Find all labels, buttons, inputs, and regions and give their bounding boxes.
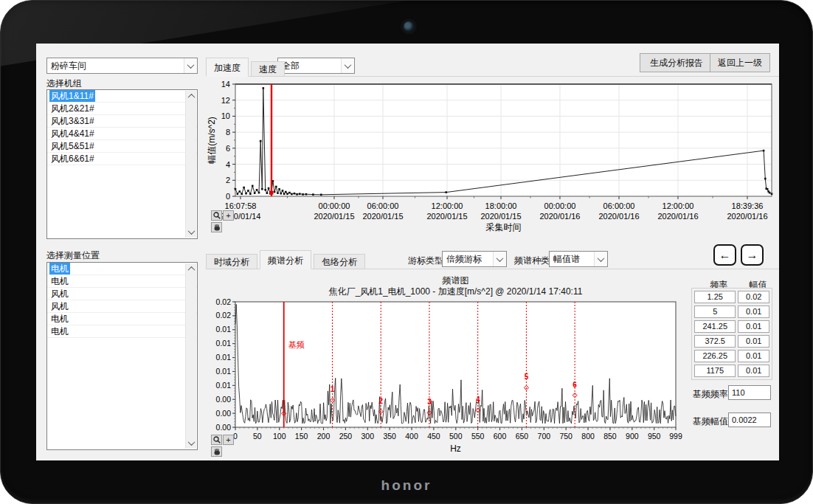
- position-listbox[interactable]: 电机电机风机风机电机电机: [46, 262, 198, 450]
- position-list-item[interactable]: 电机: [47, 313, 197, 325]
- unit-list-item[interactable]: 风机4&41#: [47, 128, 197, 140]
- tab-velocity[interactable]: 速度: [251, 61, 285, 77]
- svg-text:2: 2: [378, 397, 383, 405]
- svg-text:100: 100: [273, 432, 286, 441]
- crosshair-tool-button[interactable]: +: [223, 210, 234, 221]
- tab-envelope-analysis[interactable]: 包络分析: [314, 254, 365, 269]
- svg-text:4: 4: [476, 396, 480, 404]
- svg-text:12: 12: [221, 96, 230, 105]
- scroll-down-icon[interactable]: [186, 227, 196, 238]
- pan-tool-button[interactable]: [211, 222, 222, 232]
- chevron-down-icon[interactable]: [184, 58, 197, 73]
- svg-text:650: 650: [516, 432, 529, 441]
- tab-time-domain[interactable]: 时域分析: [206, 254, 257, 269]
- position-list-label: 选择测量位置: [46, 249, 100, 262]
- scroll-down-icon[interactable]: [186, 438, 196, 449]
- position-list-item[interactable]: 风机: [47, 288, 197, 300]
- crosshair-tool-button[interactable]: +: [223, 435, 234, 445]
- base-amp-field[interactable]: 0.0022: [728, 412, 771, 427]
- unit-list-item[interactable]: 风机6&61#: [47, 153, 197, 165]
- chevron-down-icon[interactable]: [341, 58, 354, 73]
- brand-logo: honor: [1, 477, 812, 494]
- unit-list-item[interactable]: 风机2&21#: [47, 103, 197, 115]
- base-freq-label: 基频频率: [693, 388, 728, 401]
- position-list-item[interactable]: 电机: [47, 275, 197, 288]
- scroll-up-icon[interactable]: [186, 263, 196, 275]
- svg-text:50: 50: [253, 432, 262, 441]
- svg-text:0: 0: [226, 192, 230, 201]
- svg-text:350: 350: [383, 432, 396, 441]
- unit-list-item[interactable]: 风机5&51#: [47, 140, 197, 153]
- next-button[interactable]: →: [741, 244, 764, 266]
- spectrum-chart[interactable]: 0.020.020.010.010.010.010.010.000.000.00…: [206, 294, 722, 455]
- cursor-type-select[interactable]: 倍频游标: [442, 251, 507, 267]
- svg-text:14: 14: [221, 80, 230, 89]
- svg-text:6: 6: [572, 381, 577, 389]
- tab-spectrum-analysis[interactable]: 频谱分析: [260, 250, 311, 269]
- peak-table-row: 1.250.02: [694, 291, 769, 303]
- spectrum-kind-select[interactable]: 幅值谱: [549, 251, 608, 267]
- cursor-type-value: 倍频游标: [446, 254, 482, 264]
- peak-table-row: 11750.01: [694, 365, 769, 377]
- plus-icon: +: [226, 212, 230, 219]
- chevron-down-icon[interactable]: [493, 252, 506, 266]
- pan-tool-button[interactable]: [211, 446, 222, 457]
- analysis-tabs: 时域分析 频谱分析 包络分析: [206, 250, 367, 269]
- svg-text:150: 150: [295, 432, 308, 441]
- filter-select[interactable]: 全部: [277, 58, 355, 74]
- base-freq-field[interactable]: 110: [728, 385, 771, 400]
- hand-icon: [212, 447, 221, 456]
- trend-chart[interactable]: 0246810121416:07:582020/01/1400:00:00202…: [206, 77, 779, 246]
- chevron-down-icon[interactable]: [594, 252, 607, 266]
- svg-text:18:00:002020/01/15: 18:00:002020/01/15: [480, 201, 521, 221]
- peak-table-row: 50.01: [694, 305, 769, 318]
- svg-text:950: 950: [648, 432, 661, 441]
- peak-cell: 372.5: [694, 335, 736, 348]
- svg-text:5: 5: [525, 373, 529, 381]
- zoom-tool-button[interactable]: [211, 210, 222, 221]
- peak-cell: 226.25: [694, 350, 736, 362]
- svg-text:0.02: 0.02: [216, 297, 232, 306]
- svg-text:3: 3: [427, 398, 432, 406]
- peak-cell: 0.02: [738, 291, 769, 303]
- svg-text:4: 4: [226, 160, 230, 169]
- back-button[interactable]: 返回上一级: [710, 53, 770, 72]
- unit-listbox[interactable]: 风机1&11#风机2&21#风机3&31#风机4&41#风机5&51#风机6&6…: [46, 89, 198, 239]
- scroll-up-icon[interactable]: [186, 91, 196, 102]
- tab-acceleration[interactable]: 加速度: [206, 58, 249, 77]
- peak-table-row: 372.50.01: [694, 335, 769, 348]
- svg-text:250: 250: [339, 432, 353, 441]
- position-list-item[interactable]: 电机: [47, 263, 197, 275]
- svg-text:12:00:002020/01/15: 12:00:002020/01/15: [426, 201, 467, 221]
- svg-text:0.02: 0.02: [216, 311, 232, 320]
- position-list-item[interactable]: 电机: [47, 325, 197, 338]
- svg-text:采集时间: 采集时间: [486, 222, 522, 232]
- peak-cell: 5: [694, 305, 736, 318]
- svg-text:0.01: 0.01: [216, 325, 232, 334]
- svg-text:700: 700: [538, 432, 551, 441]
- tab-panel-divider: [206, 76, 779, 77]
- unit-list-item[interactable]: 风机3&31#: [47, 115, 197, 128]
- svg-text:0.01: 0.01: [216, 367, 232, 376]
- unit-list-scrollbar[interactable]: [185, 91, 196, 238]
- svg-text:850: 850: [603, 432, 617, 441]
- zoom-tool-button[interactable]: [211, 435, 222, 445]
- arrow-right-icon: →: [747, 249, 758, 262]
- svg-text:Hz: Hz: [450, 443, 461, 454]
- svg-text:500: 500: [449, 432, 463, 441]
- plus-icon: +: [226, 436, 230, 443]
- peak-table-row: 241.250.01: [694, 320, 769, 333]
- signal-tabs: 加速度 速度: [206, 58, 287, 77]
- unit-list-item[interactable]: 风机1&11#: [47, 90, 197, 103]
- prev-button[interactable]: ←: [713, 244, 736, 266]
- svg-text:450: 450: [427, 432, 440, 441]
- svg-text:750: 750: [559, 432, 572, 441]
- workshop-select[interactable]: 粉碎车间: [46, 58, 198, 74]
- svg-text:12:00:002020/01/16: 12:00:002020/01/16: [657, 201, 698, 221]
- position-list-scrollbar[interactable]: [185, 263, 196, 449]
- position-list-item[interactable]: 风机: [47, 300, 197, 313]
- svg-text:1: 1: [331, 385, 335, 393]
- svg-text:06:00:002020/01/16: 06:00:002020/01/16: [598, 201, 639, 221]
- svg-text:0.01: 0.01: [216, 353, 232, 362]
- generate-report-button[interactable]: 生成分析报告: [640, 53, 713, 72]
